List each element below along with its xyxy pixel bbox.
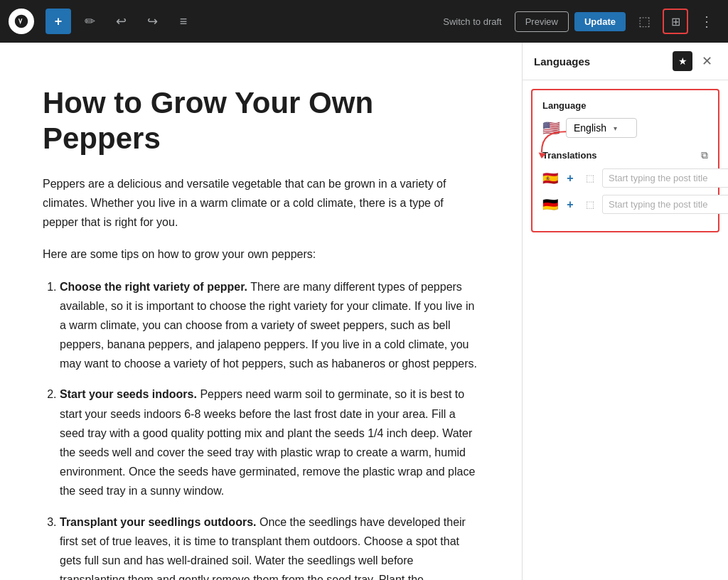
translation-add-button-1[interactable]: + — [562, 171, 578, 186]
toolbar-right: Switch to draft Preview Update ⬚ ⊞ ⋮ — [436, 9, 719, 34]
more-options-button[interactable]: ⋮ — [694, 9, 719, 34]
de-flag: 🇩🇪 — [542, 197, 558, 213]
copy-small-icon-1: ⬚ — [586, 173, 594, 183]
list-item-2-rest: Peppers need warm soil to germinate, so … — [60, 388, 475, 497]
translation-add-button-2[interactable]: + — [562, 197, 578, 213]
language-section: Language 🇺🇸 English ▾ Translations ⧉ — [531, 89, 719, 232]
paragraph-1: Peppers are a delicious and versatile ve… — [43, 174, 479, 232]
translate-button[interactable]: ⊞ — [663, 9, 688, 34]
panel-header-icons: ★ ✕ — [673, 51, 717, 71]
update-button[interactable]: Update — [574, 12, 626, 31]
preview-button[interactable]: Preview — [515, 11, 569, 32]
translation-input-2[interactable] — [602, 195, 728, 214]
translation-row-2: 🇩🇪 + ⬚ — [542, 195, 708, 214]
translation-copy-button-2[interactable]: ⬚ — [582, 197, 598, 213]
translations-header: Translations ⧉ — [542, 149, 708, 161]
list-item-3: Transplant your seedlings outdoors. Once… — [60, 512, 479, 580]
star-button[interactable]: ★ — [673, 51, 692, 71]
undo-button[interactable]: ↩ — [108, 9, 134, 34]
add-button[interactable]: + — [46, 9, 71, 34]
redo-button[interactable]: ↪ — [139, 9, 165, 34]
list-button[interactable]: ≡ — [171, 9, 196, 34]
translation-row-1: 🇪🇸 + ⬚ — [542, 168, 708, 188]
more-icon: ⋮ — [700, 13, 714, 30]
language-label: Language — [542, 100, 708, 111]
paragraph-2: Here are some tips on how to grow your o… — [43, 245, 479, 264]
right-panel: Languages ★ ✕ Language 🇺🇸 En — [522, 43, 728, 580]
chevron-down-icon: ▾ — [614, 124, 617, 132]
language-dropdown[interactable]: English ▾ — [566, 118, 637, 138]
list-icon: ≡ — [180, 14, 188, 29]
list-item-3-bold: Transplant your seedlings outdoors. — [60, 516, 256, 528]
toolbar: + ✏ ↩ ↪ ≡ Switch to draft Preview Update… — [0, 0, 728, 43]
list-item-2-bold: Start your seeds indoors. — [60, 388, 197, 400]
post-title[interactable]: How to Grow Your Own Peppers — [43, 85, 479, 157]
pencil-icon: ✏ — [85, 14, 95, 29]
undo-icon: ↩ — [116, 14, 127, 29]
list-item-2: Start your seeds indoors. Peppers need w… — [60, 385, 479, 500]
post-body: Peppers are a delicious and versatile ve… — [43, 174, 479, 580]
panel-header: Languages ★ ✕ — [523, 43, 728, 80]
switch-draft-button[interactable]: Switch to draft — [436, 12, 508, 31]
list-item-1-bold: Choose the right variety of pepper. — [60, 281, 247, 293]
language-value: English — [574, 122, 606, 134]
pencil-button[interactable]: ✏ — [77, 9, 102, 34]
list-item-1: Choose the right variety of pepper. Ther… — [60, 277, 479, 374]
tips-list: Choose the right variety of pepper. Ther… — [43, 277, 479, 580]
sidebar-icon: ⬚ — [638, 14, 651, 29]
translations-label: Translations — [542, 150, 597, 161]
sidebar-toggle-button[interactable]: ⬚ — [631, 9, 657, 34]
close-icon: ✕ — [702, 53, 712, 69]
wp-logo — [9, 9, 34, 34]
es-flag: 🇪🇸 — [542, 171, 558, 186]
panel-content-wrapper: Language 🇺🇸 English ▾ Translations ⧉ — [523, 89, 728, 232]
translate-icon: ⊞ — [671, 15, 680, 28]
copy-icon[interactable]: ⧉ — [701, 149, 708, 161]
list-item-1-rest: There are many different types of pepper… — [60, 281, 477, 370]
panel-title: Languages — [534, 55, 590, 68]
close-button[interactable]: ✕ — [697, 51, 717, 71]
redo-icon: ↪ — [147, 14, 158, 29]
translation-copy-button-1[interactable]: ⬚ — [582, 171, 598, 186]
languages-panel: Languages ★ ✕ Language 🇺🇸 En — [523, 43, 728, 241]
main-layout: How to Grow Your Own Peppers Peppers are… — [0, 43, 728, 580]
copy-small-icon-2: ⬚ — [586, 199, 594, 210]
editor-area: How to Grow Your Own Peppers Peppers are… — [0, 43, 522, 580]
us-flag: 🇺🇸 — [542, 119, 560, 136]
language-selector: 🇺🇸 English ▾ — [542, 118, 708, 138]
star-icon: ★ — [678, 55, 687, 67]
translation-input-1[interactable] — [602, 168, 728, 188]
